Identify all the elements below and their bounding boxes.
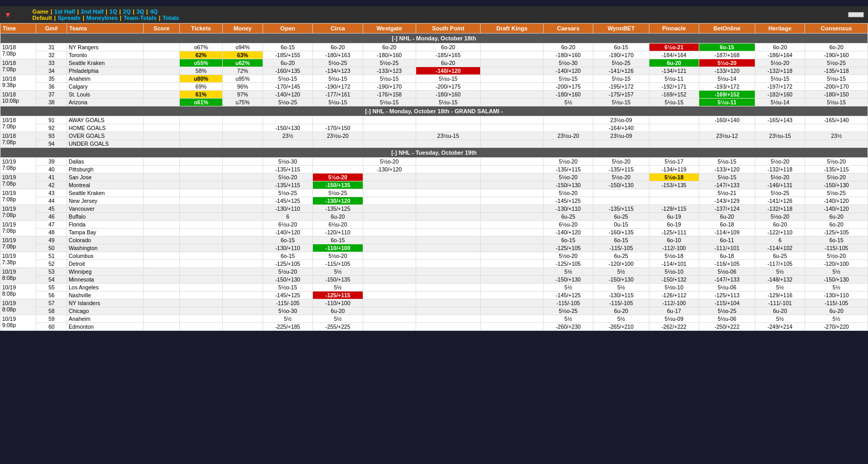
tickets2 [180, 276, 223, 284]
tickets1 [180, 299, 223, 307]
circa2: -125/+115 [313, 292, 363, 299]
nav-link-1q[interactable]: 1Q [110, 8, 117, 15]
clear-button[interactable] [848, 12, 864, 17]
col-consensus: Consensus [805, 24, 868, 34]
nav-link-team-totals[interactable]: Team-Totals [124, 15, 157, 21]
betonline1: -169/+152 [699, 91, 755, 99]
nav-link-1st-half[interactable]: 1st Half [55, 8, 75, 15]
consensus1: 6o-20 [805, 221, 868, 229]
table-row: 10/199:08p 59 Anaheim 5½ 5½ 5½ 5½ 5½u-09… [1, 315, 868, 323]
pinnacle2: -153/+135 [649, 181, 699, 189]
pinnacle1: 5½u-09 [649, 315, 699, 323]
caesars1: 23½u-20 [543, 132, 593, 140]
money1 [222, 205, 263, 213]
westgate1: 5½o-20 [363, 158, 416, 166]
wynnbet2: -135/+115 [593, 166, 649, 174]
nav-link-2nd-half[interactable]: 2nd Half [81, 8, 103, 15]
betonline2: -143/+129 [699, 197, 755, 205]
nav-link-2q[interactable]: 2Q [123, 8, 131, 15]
nav-link-moneylines[interactable]: Moneylines [86, 15, 118, 21]
wynnbet1: 5½o-20 [593, 174, 649, 181]
score1 [143, 158, 179, 166]
game-num1: 53 [36, 268, 67, 276]
money2 [222, 181, 263, 189]
score1 [143, 189, 179, 197]
col-teams: Teams [67, 24, 144, 34]
team1: Seattle Kraken [67, 189, 144, 197]
nav-link-spreads[interactable]: Spreads [58, 15, 80, 21]
open2: -225/+185 [263, 323, 313, 331]
game-num1: 93 [36, 132, 67, 140]
table-row: 54 Minnesota -150/+130 -150/+135 -150/+1… [1, 276, 868, 284]
wynnbet1: 0u-15 [593, 221, 649, 229]
consensus1: 6o-20 [805, 44, 868, 51]
score1 [143, 315, 179, 323]
heritage1: 6o-20 [755, 221, 805, 229]
col-score: Score [143, 24, 179, 34]
caesars2: -150/+130 [543, 181, 593, 189]
circa1: -135/+125 [313, 205, 363, 213]
tickets2 [180, 166, 223, 174]
team1: NY Rangers [67, 44, 144, 51]
tickets1 [180, 252, 223, 260]
score2 [143, 124, 179, 132]
nav-link-4q[interactable]: 4Q [150, 8, 158, 15]
betonline2: -133/+120 [699, 67, 755, 75]
table-row: 40 Pittsburgh -135/+115 -130/+120 -135/+… [1, 166, 868, 174]
wynnbet1: 5½o-20 [593, 158, 649, 166]
money1 [222, 299, 263, 307]
score1 [143, 221, 179, 229]
dropdown-arrow[interactable]: ▼ [4, 10, 12, 19]
team2: UNDER GOALS [67, 140, 144, 148]
open2: -170/+145 [263, 83, 313, 91]
table-row: 94 UNDER GOALS [1, 140, 868, 148]
southpoint1: 23½u-15 [416, 132, 481, 140]
pinnacle1: 6u-20 [649, 59, 699, 67]
game-date: 10/197:08p [1, 236, 36, 252]
open2: -185/+155 [263, 51, 313, 59]
circa1: 6½u-20 [313, 221, 363, 229]
caesars1 [543, 116, 593, 124]
wynnbet1: 5½u-15 [593, 75, 649, 83]
nav-link-totals[interactable]: Totals [162, 15, 179, 21]
money2 [222, 213, 263, 221]
caesars2: -125/+105 [543, 260, 593, 268]
money1 [222, 158, 263, 166]
col-gm: Gm# [36, 24, 67, 34]
nav-link-3q[interactable]: 3Q [136, 8, 144, 15]
table-row: 32 Toronto 62% 63% -185/+155 -180/+163 -… [1, 51, 868, 59]
heritage1: 23½u-15 [755, 132, 805, 140]
circa1: 6o-20 [313, 44, 363, 51]
westgate1: 5½u-15 [363, 75, 416, 83]
heritage1: 5½o-20 [755, 59, 805, 67]
open2: 5½o-25 [263, 99, 313, 106]
wynnbet1: -135/+115 [593, 205, 649, 213]
section-header-row: [-] NHL - Monday, October 18th - GRAND S… [1, 106, 868, 116]
westgate1 [363, 315, 416, 323]
caesars2 [543, 140, 593, 148]
table-row: 50 Washington -130/+110 -110/+100 -125/+… [1, 244, 868, 252]
wynnbet2: 6u-25 [593, 213, 649, 221]
open2: -160/+135 [263, 67, 313, 75]
game-num1: 59 [36, 315, 67, 323]
open1: 5½o-15 [263, 75, 313, 83]
caesars1: -115/-105 [543, 299, 593, 307]
open1: 23½ [263, 132, 313, 140]
wynnbet2: 5½u-15 [593, 99, 649, 106]
pinnacle1 [649, 189, 699, 197]
consensus1: 5½o-20 [805, 252, 868, 260]
team1: OVER GOALS [67, 132, 144, 140]
tickets2 [180, 307, 223, 315]
game-num2: 54 [36, 276, 67, 284]
heritage1: 5½ [755, 315, 805, 323]
table-row: 38 Arizona o61% u75% 5½o-25 5½u-15 5½u-1… [1, 99, 868, 106]
caesars1: 5½o-30 [543, 59, 593, 67]
table-row: 42 Montreal -135/+115 -150/+135 -150/+13… [1, 181, 868, 189]
game-num1: 57 [36, 299, 67, 307]
game-num1: 45 [36, 205, 67, 213]
draftkings1 [481, 299, 543, 307]
table-row: 10/187:08p 93 OVER GOALS 23½ 23½u-20 23½… [1, 132, 868, 140]
draftkings1 [481, 252, 543, 260]
open2: 5½o-30 [263, 307, 313, 315]
caesars1: 5½o-20 [543, 189, 593, 197]
